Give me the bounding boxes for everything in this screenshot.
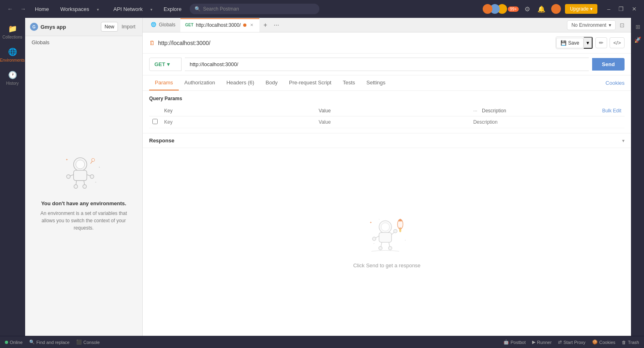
workspaces-menu[interactable]: Workspaces ▾ bbox=[54, 4, 105, 14]
tab-globals-label: Globals bbox=[159, 22, 175, 28]
sidebar-item-environments[interactable]: 🌐 Environments bbox=[2, 44, 24, 66]
bulk-edit-link[interactable]: Bulk Edit bbox=[602, 108, 621, 114]
send-button[interactable]: Send bbox=[592, 58, 625, 71]
sidebar-item-collections[interactable]: 📁 Collections bbox=[2, 21, 24, 43]
console-item[interactable]: ⬛ Console bbox=[76, 339, 100, 345]
user-avatar-icon[interactable] bbox=[551, 4, 561, 14]
api-definition-button[interactable]: 🚀 bbox=[632, 34, 644, 45]
edit-button[interactable]: ✏ bbox=[595, 37, 607, 48]
globals-item[interactable]: Globals bbox=[25, 36, 142, 49]
import-button[interactable]: Import bbox=[120, 22, 137, 32]
svg-point-17 bbox=[381, 223, 389, 231]
settings-icon[interactable]: ⚙ bbox=[523, 4, 532, 15]
svg-point-25 bbox=[379, 247, 382, 250]
explore-link[interactable]: Explore bbox=[160, 4, 185, 14]
titlebar-menu: Home Workspaces ▾ API Network ▾ Explore bbox=[32, 4, 185, 14]
response-collapse-button[interactable]: ▾ bbox=[622, 138, 625, 144]
desc-input[interactable] bbox=[473, 119, 621, 125]
sidebar-item-history[interactable]: 🕐 History bbox=[2, 67, 24, 89]
add-tab-button[interactable]: + bbox=[261, 20, 270, 30]
more-tabs-button[interactable]: ··· bbox=[271, 20, 281, 30]
notifications-icon[interactable]: 🔔 bbox=[536, 4, 547, 15]
empty-environments-title: You don't have any environments. bbox=[41, 200, 126, 206]
titlebar-right: 99+ ⚙ 🔔 Upgrade ▾ – ❐ ✕ bbox=[483, 4, 639, 15]
trash-item[interactable]: 🗑 Trash bbox=[622, 340, 639, 345]
query-params-title: Query Params bbox=[149, 96, 625, 101]
new-environment-button[interactable]: New bbox=[101, 22, 118, 32]
app-body: 📁 Collections 🌐 Environments 🕐 History G… bbox=[0, 18, 644, 336]
tab-tests[interactable]: Tests bbox=[337, 75, 361, 90]
tab-request[interactable]: GET http://localhost:3000/ ✕ bbox=[180, 18, 259, 32]
tab-settings[interactable]: Settings bbox=[361, 75, 391, 90]
find-replace-label: Find and replace bbox=[36, 340, 70, 345]
search-bar[interactable]: 🔍 Search Postman bbox=[190, 4, 319, 14]
sidebar-icons: 📁 Collections 🌐 Environments 🕐 History bbox=[0, 18, 25, 336]
home-link[interactable]: Home bbox=[32, 4, 52, 14]
postbot-label: Postbot bbox=[511, 340, 526, 345]
cookies-link[interactable]: Cookies bbox=[605, 76, 625, 90]
window-controls: – ❐ ✕ bbox=[605, 5, 639, 13]
collections-label: Collections bbox=[2, 35, 22, 39]
tab-bar: 🌐 Globals GET http://localhost:3000/ ✕ +… bbox=[143, 18, 631, 32]
api-network-menu[interactable]: API Network ▾ bbox=[107, 4, 159, 14]
url-bar: GET ▾ Send bbox=[143, 54, 631, 75]
more-options-icon[interactable]: ··· bbox=[473, 108, 477, 114]
svg-point-4 bbox=[66, 174, 70, 178]
response-section: Response ▾ bbox=[143, 133, 631, 336]
console-icon: ⬛ bbox=[76, 339, 82, 345]
response-illustration: ✦ ✦ ✦ ✦ bbox=[363, 215, 411, 256]
layout-button[interactable]: ⊡ bbox=[618, 20, 626, 30]
svg-point-26 bbox=[388, 247, 392, 250]
runner-item[interactable]: ▶ Runner bbox=[532, 339, 552, 345]
save-button[interactable]: 💾 Save bbox=[556, 38, 584, 48]
tab-params[interactable]: Params bbox=[149, 75, 179, 90]
nav-forward-button[interactable]: → bbox=[18, 4, 28, 14]
cookies-status-item[interactable]: 🍪 Cookies bbox=[592, 339, 616, 345]
tab-headers[interactable]: Headers (6) bbox=[221, 75, 260, 90]
find-replace-icon: 🔍 bbox=[29, 339, 35, 345]
row-checkbox[interactable] bbox=[152, 119, 158, 124]
tab-authorization[interactable]: Authorization bbox=[179, 75, 221, 90]
req-tabs: Params Authorization Headers (6) Body Pr… bbox=[143, 75, 631, 91]
method-selector[interactable]: GET ▾ bbox=[149, 58, 182, 71]
nav-back-button[interactable]: ← bbox=[5, 4, 15, 14]
postbot-item[interactable]: 🤖 Postbot bbox=[503, 339, 526, 345]
tab-globals[interactable]: 🌐 Globals bbox=[146, 19, 180, 32]
tab-body[interactable]: Body bbox=[260, 75, 283, 90]
start-proxy-item[interactable]: ⇄ Start Proxy bbox=[558, 339, 585, 345]
right-panel-button[interactable]: ⊞ bbox=[633, 21, 643, 32]
main-content: 🌐 Globals GET http://localhost:3000/ ✕ +… bbox=[143, 18, 631, 336]
cookies-status-icon: 🍪 bbox=[592, 339, 598, 345]
params-table: Key Value ··· Description Bulk Edit bbox=[149, 105, 625, 128]
response-header: Response ▾ bbox=[143, 133, 631, 148]
save-dropdown-button[interactable]: ▾ bbox=[584, 37, 593, 49]
env-label: No Environment bbox=[571, 22, 606, 28]
code-button[interactable]: </> bbox=[610, 37, 625, 48]
maximize-button[interactable]: ❐ bbox=[616, 5, 626, 13]
svg-point-30 bbox=[399, 229, 401, 232]
workspace-icon: G bbox=[30, 23, 38, 31]
tab-close-button[interactable]: ✕ bbox=[249, 22, 255, 28]
url-input[interactable] bbox=[185, 58, 589, 71]
save-icon: 💾 bbox=[561, 40, 567, 46]
close-button[interactable]: ✕ bbox=[629, 5, 639, 13]
online-status[interactable]: Online bbox=[5, 340, 23, 345]
minimize-button[interactable]: – bbox=[605, 5, 613, 13]
empty-environments-desc: An environment is a set of variables tha… bbox=[33, 210, 134, 232]
env-dropdown[interactable]: No Environment ▾ bbox=[567, 20, 616, 30]
key-input[interactable] bbox=[164, 119, 312, 125]
value-input[interactable] bbox=[319, 119, 466, 125]
svg-text:✦: ✦ bbox=[98, 166, 100, 168]
statusbar-left: Online 🔍 Find and replace ⬛ Console bbox=[5, 339, 100, 345]
console-label: Console bbox=[83, 340, 100, 345]
tab-pre-request[interactable]: Pre-request Script bbox=[283, 75, 337, 90]
svg-point-1 bbox=[76, 160, 85, 169]
response-hint: Click Send to get a response bbox=[353, 262, 420, 269]
start-proxy-label: Start Proxy bbox=[563, 340, 585, 345]
proxy-icon: ⇄ bbox=[558, 339, 562, 345]
value-col-header: Value bbox=[315, 105, 470, 116]
find-replace-item[interactable]: 🔍 Find and replace bbox=[29, 339, 70, 345]
upgrade-button[interactable]: Upgrade ▾ bbox=[565, 4, 597, 14]
cookies-status-label: Cookies bbox=[599, 340, 616, 345]
svg-text:✦: ✦ bbox=[65, 158, 68, 161]
